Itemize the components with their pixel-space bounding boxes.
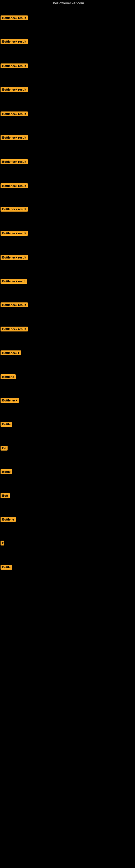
bottleneck-badge-container-1: Bottleneck result (1, 16, 28, 22)
bottleneck-badge-23[interactable]: B (1, 540, 4, 546)
bottleneck-badge-container-6: Bottleneck result (1, 135, 28, 141)
bottleneck-badge-container-4: Bottleneck result (1, 87, 28, 93)
bottleneck-badge-container-20: Bottle (1, 469, 12, 475)
bottleneck-badge-container-15: Bottleneck r (1, 350, 21, 356)
bottleneck-badge-container-16: Bottlene (1, 374, 16, 380)
bottleneck-badge-16[interactable]: Bottlene (1, 374, 16, 379)
bottleneck-badge-container-7: Bottleneck result (1, 159, 28, 165)
bottleneck-badge-19[interactable]: Bo (1, 446, 8, 451)
bottleneck-badge-21[interactable]: Bott (1, 493, 10, 498)
bottleneck-badge-13[interactable]: Bottleneck result (1, 303, 28, 307)
bottleneck-badge-3[interactable]: Bottleneck result (1, 63, 28, 68)
bottleneck-badge-20[interactable]: Bottle (1, 469, 12, 474)
bottleneck-badge-11[interactable]: Bottleneck result (1, 255, 28, 260)
site-title: TheBottlenecker.com (0, 0, 135, 6)
bottleneck-badge-container-24: Bottle (1, 565, 12, 571)
bottleneck-badge-container-8: Bottleneck result (1, 183, 28, 189)
bottleneck-badge-4[interactable]: Bottleneck result (1, 87, 28, 92)
bottleneck-badge-5[interactable]: Bottleneck result (1, 112, 28, 116)
bottleneck-badge-17[interactable]: Bottleneck (1, 398, 19, 403)
bottleneck-badge-container-9: Bottleneck result (1, 207, 28, 213)
bottleneck-badge-container-23: B (1, 540, 4, 547)
bottleneck-badge-container-12: Bottleneck resul (1, 279, 27, 285)
bottleneck-badge-9[interactable]: Bottleneck result (1, 207, 28, 212)
bottleneck-badge-container-10: Bottleneck result (1, 231, 28, 237)
bottleneck-badge-15[interactable]: Bottleneck r (1, 350, 21, 355)
bottleneck-badge-24[interactable]: Bottle (1, 565, 12, 569)
bottleneck-badge-8[interactable]: Bottleneck result (1, 183, 28, 188)
bottleneck-badge-1[interactable]: Bottleneck result (1, 16, 28, 20)
bottleneck-badge-container-18: Bottle (1, 422, 12, 428)
bottleneck-badge-18[interactable]: Bottle (1, 422, 12, 427)
bottleneck-badge-14[interactable]: Bottleneck result (1, 327, 28, 332)
bottleneck-badge-container-11: Bottleneck result (1, 255, 28, 261)
bottleneck-badge-container-2: Bottleneck result (1, 39, 28, 45)
bottleneck-badge-22[interactable]: Bottlene (1, 517, 16, 522)
bottleneck-badge-container-17: Bottleneck (1, 398, 19, 404)
bottleneck-badge-7[interactable]: Bottleneck result (1, 159, 28, 164)
bottleneck-badge-container-14: Bottleneck result (1, 327, 28, 333)
bottleneck-badge-container-5: Bottleneck result (1, 112, 28, 118)
bottleneck-badge-container-21: Bott (1, 493, 10, 499)
bottleneck-badge-container-3: Bottleneck result (1, 63, 28, 69)
bottleneck-badge-6[interactable]: Bottleneck result (1, 135, 28, 140)
bottleneck-badge-12[interactable]: Bottleneck resul (1, 279, 27, 284)
bottleneck-badge-container-22: Bottlene (1, 517, 16, 523)
bottleneck-badge-container-13: Bottleneck result (1, 303, 28, 308)
bottleneck-badge-2[interactable]: Bottleneck result (1, 39, 28, 44)
bottleneck-badge-container-19: Bo (1, 446, 8, 452)
bottleneck-badge-10[interactable]: Bottleneck result (1, 231, 28, 236)
